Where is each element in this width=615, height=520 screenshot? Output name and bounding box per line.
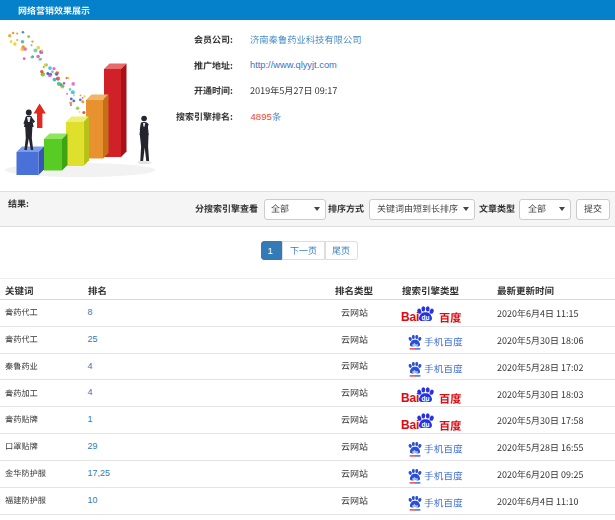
svg-text:du: du [412,503,418,508]
svg-text:du: du [412,476,418,481]
svg-text:du: du [412,342,418,347]
svg-text:du: du [421,422,429,429]
svg-text:du: du [421,395,429,402]
svg-text:du: du [412,368,418,373]
svg-text:du: du [412,449,418,454]
svg-text:du: du [421,314,429,321]
